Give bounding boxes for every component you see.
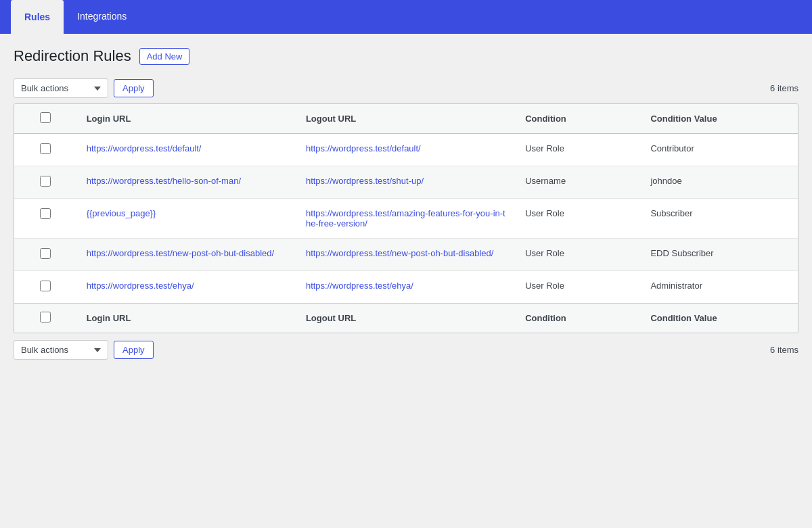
select-all-footer-checkbox[interactable] [40,312,51,322]
row-checkbox-cell [14,134,77,166]
table-body: https://wordpress.test/default/ https://… [14,134,798,304]
row-logout-url: https://wordpress.test/default/ [296,134,516,166]
row-login-url: {{previous_page}} [77,199,296,239]
table-row: {{previous_page}} https://wordpress.test… [14,199,798,239]
row-logout-url: https://wordpress.test/new-post-oh-but-d… [296,239,516,271]
top-nav: Rules Integrations [0,0,812,34]
table-row: https://wordpress.test/new-post-oh-but-d… [14,239,798,271]
row-condition-value: EDD Subscriber [641,239,798,271]
tab-rules[interactable]: Rules [11,0,64,34]
logout-url-link[interactable]: https://wordpress.test/amazing-features-… [306,208,505,229]
logout-url-link[interactable]: https://wordpress.test/default/ [306,143,421,153]
row-condition: User Role [516,271,641,304]
row-checkbox-cell [14,166,77,199]
top-bulk-actions-select[interactable]: Bulk actions [14,78,108,98]
row-condition: User Role [516,239,641,271]
row-logout-url: https://wordpress.test/shut-up/ [296,166,516,199]
table-row: https://wordpress.test/hello-son-of-man/… [14,166,798,199]
bottom-bulk-actions-select[interactable]: Bulk actions [14,340,108,360]
row-checkbox[interactable] [40,143,51,154]
select-all-header [14,104,77,134]
rules-table: Login URL Logout URL Condition Condition… [14,104,798,333]
login-url-link[interactable]: https://wordpress.test/new-post-oh-but-d… [87,248,274,258]
col-footer-condition-value: Condition Value [641,304,798,333]
top-toolbar-left: Bulk actions Apply [14,78,154,98]
top-apply-button[interactable]: Apply [114,79,154,97]
row-logout-url: https://wordpress.test/amazing-features-… [296,199,516,239]
table-row: https://wordpress.test/default/ https://… [14,134,798,166]
page-title: Redirection Rules [14,47,131,65]
login-url-link[interactable]: https://wordpress.test/ehya/ [87,281,194,291]
row-condition-value: Subscriber [641,199,798,239]
col-header-logout-url: Logout URL [296,104,516,134]
login-url-link[interactable]: https://wordpress.test/hello-son-of-man/ [87,176,241,186]
row-login-url: https://wordpress.test/new-post-oh-but-d… [77,239,296,271]
page-header: Redirection Rules Add New [14,47,798,65]
login-url-link[interactable]: https://wordpress.test/default/ [87,143,202,153]
bottom-toolbar: Bulk actions Apply 6 items [14,340,798,360]
logout-url-link[interactable]: https://wordpress.test/new-post-oh-but-d… [306,248,493,258]
row-condition: User Role [516,134,641,166]
row-login-url: https://wordpress.test/hello-son-of-man/ [77,166,296,199]
row-logout-url: https://wordpress.test/ehya/ [296,271,516,304]
row-login-url: https://wordpress.test/ehya/ [77,271,296,304]
add-new-button[interactable]: Add New [139,48,190,65]
bottom-apply-button[interactable]: Apply [114,341,154,359]
col-footer-login-url: Login URL [77,304,296,333]
tab-integrations[interactable]: Integrations [64,0,140,34]
bottom-item-count: 6 items [770,345,798,355]
col-footer-logout-url: Logout URL [296,304,516,333]
bottom-toolbar-left: Bulk actions Apply [14,340,154,360]
top-toolbar: Bulk actions Apply 6 items [14,78,798,98]
row-condition-value: johndoe [641,166,798,199]
rules-table-wrap: Login URL Logout URL Condition Condition… [14,103,798,333]
select-all-footer [14,304,77,333]
tab-integrations-label: Integrations [77,11,127,22]
row-checkbox-cell [14,199,77,239]
tab-rules-label: Rules [24,11,50,22]
col-header-condition-value: Condition Value [641,104,798,134]
col-footer-condition: Condition [516,304,641,333]
page-content: Redirection Rules Add New Bulk actions A… [0,34,812,528]
row-checkbox[interactable] [40,176,51,187]
select-all-checkbox[interactable] [40,112,51,123]
row-checkbox[interactable] [40,248,51,259]
col-header-condition: Condition [516,104,641,134]
row-checkbox-cell [14,271,77,304]
row-condition: Username [516,166,641,199]
row-login-url: https://wordpress.test/default/ [77,134,296,166]
row-condition-value: Contributor [641,134,798,166]
login-url-link[interactable]: {{previous_page}} [87,208,156,218]
table-row: https://wordpress.test/ehya/ https://wor… [14,271,798,304]
table-header-row: Login URL Logout URL Condition Condition… [14,104,798,134]
row-condition-value: Administrator [641,271,798,304]
top-item-count: 6 items [770,83,798,93]
table-footer-row: Login URL Logout URL Condition Condition… [14,304,798,333]
row-checkbox[interactable] [40,208,51,219]
row-condition: User Role [516,199,641,239]
logout-url-link[interactable]: https://wordpress.test/ehya/ [306,281,413,291]
col-header-login-url: Login URL [77,104,296,134]
logout-url-link[interactable]: https://wordpress.test/shut-up/ [306,176,424,186]
row-checkbox-cell [14,239,77,271]
row-checkbox[interactable] [40,281,51,291]
